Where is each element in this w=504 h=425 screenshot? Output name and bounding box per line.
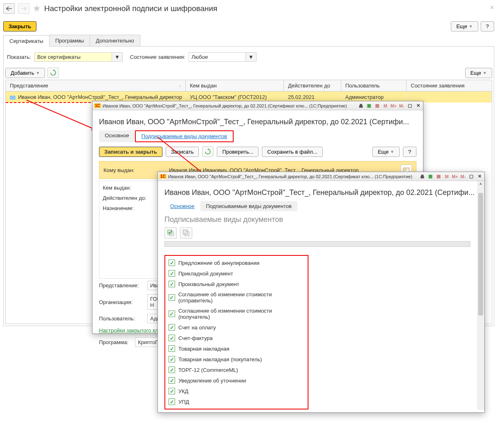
help-button[interactable]: ?	[481, 21, 494, 31]
subtab-doc-types[interactable]: Подписываемые виды документов	[135, 130, 234, 142]
deselect-all-icon[interactable]	[180, 227, 192, 239]
list-item[interactable]: ✓Соглашение об изменении стоимости (полу…	[167, 306, 306, 322]
m-plus-icon-2[interactable]: M+	[452, 173, 458, 180]
show-select-dropdown[interactable]: ▼	[112, 52, 123, 62]
checkbox-icon[interactable]: ✓	[169, 270, 175, 277]
close-icon[interactable]: ×	[490, 3, 494, 12]
list-item[interactable]: ✓Произвольный документ	[167, 279, 306, 289]
nav-back-button[interactable]	[3, 3, 15, 14]
issued-to-label: Кому выдан:	[104, 167, 157, 173]
subtab-main[interactable]: Основное	[99, 130, 135, 142]
calc-icon[interactable]: ▦	[366, 103, 372, 109]
col-representation[interactable]: Представление↓	[6, 80, 186, 91]
show-label: Показать:	[7, 54, 31, 60]
save-close-button[interactable]: Записать и закрыть	[99, 147, 162, 157]
dialog-title-2: Иванов Иван, ООО "АртМонСтрой"_Тест_, Ге…	[164, 188, 478, 197]
print-icon[interactable]: 🖶	[358, 103, 364, 109]
list-item-label: Прикладной документ	[178, 271, 233, 277]
window-title-2: Иванов Иван, ООО "АртМонСтрой"_Тест_, Ге…	[168, 174, 417, 179]
checkbox-icon[interactable]: ✓	[169, 281, 175, 287]
svg-rect-4	[185, 232, 189, 236]
select-all-icon[interactable]	[164, 227, 177, 239]
list-item[interactable]: ✓Предложение об аннулировании	[167, 257, 306, 268]
tab-certificates[interactable]: Сертификаты	[3, 35, 50, 47]
show-select[interactable]: Все сертификаты	[34, 52, 112, 62]
calendar-icon-2[interactable]: ▦	[435, 173, 442, 180]
purpose-label: Назначение:	[103, 205, 148, 211]
valid-label: Действителен до:	[103, 195, 148, 201]
subtab-doc-types-2[interactable]: Подписываемые виды документов	[200, 201, 297, 211]
state-select[interactable]: Любое	[189, 52, 246, 62]
app-icon-2: 1C	[160, 174, 166, 179]
user-label: Пользователь:	[99, 315, 144, 322]
col-issuer[interactable]: Кем выдан	[186, 80, 284, 91]
repr-label: Представление:	[99, 282, 144, 289]
add-button[interactable]: Добавить ▼	[5, 68, 45, 78]
check-button[interactable]: Проверить...	[217, 147, 259, 157]
calc-icon-2[interactable]: ▦	[427, 173, 434, 180]
window-title: Иванов Иван, ООО "АртМонСтрой"_Тест_, Ге…	[103, 103, 356, 108]
refresh-button-2[interactable]	[202, 146, 214, 157]
more-button[interactable]: Еще ▼	[451, 21, 478, 31]
list-item-label: Произвольный документ	[178, 281, 239, 287]
window-close-icon-2[interactable]: ✕	[476, 173, 483, 180]
print-icon-2[interactable]: 🖶	[419, 173, 425, 180]
m-minus-icon-2[interactable]: M-	[460, 173, 466, 180]
checkbox-icon[interactable]: ✓	[169, 324, 175, 329]
app-icon: 1C	[94, 103, 101, 108]
issued-by-label: Кем выдан:	[103, 185, 148, 191]
checkbox-icon[interactable]: ✓	[169, 311, 175, 317]
export-button[interactable]: Сохранить в файл...	[262, 147, 322, 157]
org-label: Организация:	[99, 299, 144, 305]
nav-forward-button[interactable]	[18, 3, 29, 14]
m-icon-2[interactable]: M	[443, 173, 450, 180]
list-item[interactable]: ✓Счет на оплату	[167, 322, 306, 329]
window-close-icon[interactable]: ✕	[415, 103, 421, 109]
list-item-label: Предложение об аннулировании	[178, 260, 259, 266]
checkbox-icon[interactable]: ✓	[169, 294, 175, 301]
scrollbar[interactable]: ▲	[477, 181, 484, 329]
more-button-2[interactable]: Еще ▼	[465, 68, 492, 78]
m-plus-icon[interactable]: M+	[390, 103, 397, 109]
refresh-button[interactable]	[47, 67, 59, 78]
close-button[interactable]: Закрыть	[3, 21, 36, 31]
m-minus-icon[interactable]: M-	[398, 103, 405, 109]
secret-key-link[interactable]: Настройки закрытого кл	[99, 327, 158, 329]
save-button[interactable]: Записать	[166, 147, 199, 157]
svg-rect-3	[183, 230, 187, 234]
state-label: Состояние заявления:	[130, 54, 185, 60]
checkbox-icon[interactable]: ✓	[169, 259, 175, 266]
tab-programs[interactable]: Программы	[49, 35, 90, 46]
list-item[interactable]: ✓Соглашение об изменении стоимости (отпр…	[167, 289, 306, 306]
page-title: Настройки электронной подписи и шифрован…	[44, 4, 217, 13]
cert-icon	[10, 96, 16, 100]
col-valid-until[interactable]: Действителен до	[284, 80, 341, 91]
col-user[interactable]: Пользователь	[341, 80, 407, 91]
state-select-dropdown[interactable]: ▼	[246, 52, 256, 62]
section-title: Подписываемые виды документов	[164, 215, 478, 224]
more-button-3[interactable]: Еще ▼	[372, 147, 399, 157]
window-max-icon[interactable]: ▢	[407, 103, 413, 109]
dialog-title: Иванов Иван, ООО "АртМонСтрой"_Тест_, Ге…	[99, 118, 416, 126]
list-item-label: Счет на оплату	[178, 324, 216, 330]
window-max-icon-2[interactable]: ▢	[468, 173, 475, 180]
list-item[interactable]: ✓Прикладной документ	[167, 268, 306, 279]
help-button-2[interactable]: ?	[403, 147, 416, 157]
favorite-star-icon[interactable]: ★	[33, 3, 41, 14]
m-icon[interactable]: M	[382, 103, 389, 109]
col-state[interactable]: Состояние заявления	[407, 80, 492, 91]
document-types-list: ✓Предложение об аннулировании✓Прикладной…	[164, 255, 308, 329]
tab-additional[interactable]: Дополнительно	[90, 35, 140, 46]
list-item-label: Соглашение об изменении стоимости (получ…	[178, 308, 304, 320]
subtab-main-2[interactable]: Основное	[164, 201, 200, 211]
calendar-icon[interactable]: ▦	[374, 103, 380, 109]
list-item-label: Соглашение об изменении стоимости (отпра…	[178, 291, 304, 304]
